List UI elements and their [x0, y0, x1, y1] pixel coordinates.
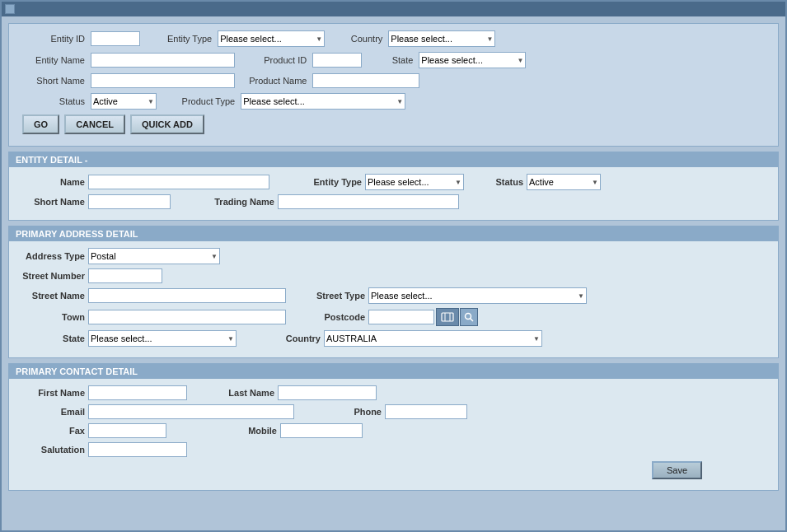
address-type-select[interactable]: Postal Physical: [88, 248, 220, 264]
fax-label: Fax: [19, 426, 85, 436]
status-label: Status: [19, 96, 85, 106]
cancel-button[interactable]: CANCEL: [64, 114, 125, 134]
primary-contact-section: PRIMARY CONTACT DETAIL First Name Last N…: [8, 363, 779, 491]
salutation-label: Salutation: [19, 445, 85, 455]
entity-name-input[interactable]: [91, 53, 235, 68]
title-bar: [2, 2, 785, 16]
address-country-label: Country: [279, 334, 321, 343]
street-type-select[interactable]: Please select...: [368, 287, 587, 304]
name-input[interactable]: [88, 175, 269, 189]
detail-short-name-input[interactable]: [88, 194, 171, 209]
phone-input[interactable]: [385, 404, 467, 419]
detail-status-select[interactable]: Active Inactive: [527, 174, 601, 190]
email-label: Email: [19, 407, 85, 417]
quick-add-button[interactable]: QUICK ADD: [130, 114, 204, 134]
short-name-label: Short Name: [19, 76, 85, 86]
state-label: State: [376, 55, 413, 65]
entity-id-label: Entity ID: [19, 34, 85, 44]
town-input[interactable]: [88, 310, 286, 324]
entity-id-input[interactable]: [91, 31, 140, 46]
street-name-label: Street Name: [19, 291, 85, 301]
search-bar: Entity ID Entity Type Please select... C…: [8, 23, 779, 147]
state-select[interactable]: Please select...: [419, 52, 526, 68]
street-name-input[interactable]: [88, 288, 286, 303]
street-number-input[interactable]: [88, 268, 162, 283]
svg-rect-0: [442, 313, 453, 321]
street-number-label: Street Number: [19, 271, 85, 281]
mobile-input[interactable]: [280, 423, 363, 438]
product-type-select[interactable]: Please select...: [241, 93, 405, 110]
last-name-input[interactable]: [278, 385, 377, 400]
postcode-search-btn[interactable]: [460, 308, 478, 326]
trading-name-input[interactable]: [278, 194, 459, 209]
product-name-input[interactable]: [312, 73, 419, 88]
email-input[interactable]: [88, 404, 294, 419]
country-select[interactable]: Please select...: [388, 30, 495, 47]
product-type-label: Product Type: [177, 96, 235, 106]
postcode-icon-btn[interactable]: [436, 308, 459, 326]
entity-type-select[interactable]: Please select...: [218, 30, 325, 47]
product-name-label: Product Name: [249, 76, 307, 86]
save-button[interactable]: Save: [652, 461, 702, 479]
main-window: Entity ID Entity Type Please select... C…: [0, 0, 787, 532]
address-state-select[interactable]: Please select...: [88, 330, 237, 347]
primary-address-header: PRIMARY ADDRESS DETAIL: [9, 226, 778, 241]
first-name-label: First Name: [19, 388, 85, 398]
town-label: Town: [19, 312, 85, 322]
last-name-label: Last Name: [225, 388, 274, 398]
address-state-label: State: [19, 334, 85, 343]
detail-short-name-label: Short Name: [19, 197, 85, 207]
detail-status-label: Status: [490, 177, 523, 187]
address-type-label: Address Type: [19, 251, 85, 261]
primary-contact-header: PRIMARY CONTACT DETAIL: [9, 364, 778, 379]
trading-name-label: Trading Name: [208, 197, 274, 207]
short-name-input[interactable]: [91, 73, 235, 88]
entity-detail-header: ENTITY DETAIL -: [9, 152, 778, 167]
mobile-label: Mobile: [227, 426, 277, 436]
street-type-label: Street Type: [316, 291, 365, 301]
status-select[interactable]: Active Inactive All: [91, 93, 157, 110]
product-id-input[interactable]: [312, 53, 362, 68]
first-name-input[interactable]: [88, 385, 187, 400]
product-id-label: Product ID: [249, 55, 307, 65]
detail-entity-type-select[interactable]: Please select...: [365, 174, 464, 190]
entity-detail-section: ENTITY DETAIL - Name Entity Type Please …: [8, 152, 779, 221]
name-label: Name: [19, 177, 85, 187]
salutation-input[interactable]: [88, 442, 187, 457]
fax-input[interactable]: [88, 423, 166, 438]
svg-point-3: [466, 314, 471, 320]
phone-label: Phone: [332, 407, 382, 417]
primary-address-section: PRIMARY ADDRESS DETAIL Address Type Post…: [8, 226, 779, 358]
postcode-label: Postcode: [316, 312, 365, 322]
detail-entity-type-label: Entity Type: [296, 177, 362, 187]
map-icon: [441, 311, 454, 323]
go-button[interactable]: GO: [22, 114, 59, 134]
postcode-input[interactable]: [368, 310, 434, 324]
entity-name-label: Entity Name: [19, 55, 85, 65]
entity-type-label: Entity Type: [154, 34, 212, 44]
address-country-select[interactable]: AUSTRALIA: [324, 330, 542, 347]
search-icon: [464, 312, 474, 322]
window-icon: [5, 4, 15, 14]
svg-line-4: [471, 319, 474, 322]
country-label: Country: [345, 34, 382, 44]
